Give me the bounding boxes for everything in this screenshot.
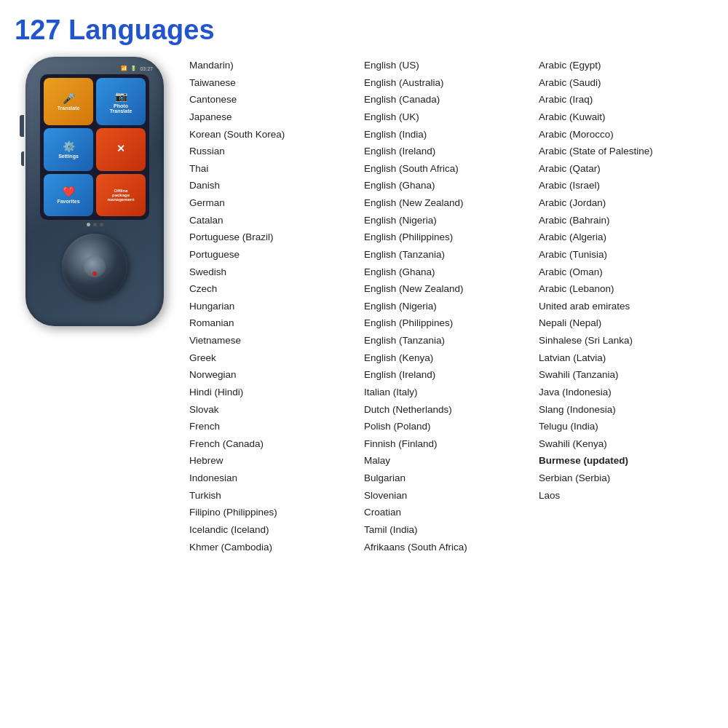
photo-translate-button[interactable]: 📷 PhotoTranslate xyxy=(96,78,146,125)
side-button2 xyxy=(21,151,24,166)
list-item: Laos xyxy=(539,487,713,505)
list-item: Arabic (Oman) xyxy=(539,264,713,281)
list-item: Portuguese (Brazil) xyxy=(189,229,364,246)
settings-label: Settings xyxy=(58,154,79,159)
list-item: Arabic (Algeria) xyxy=(539,229,713,246)
photo-translate-label: PhotoTranslate xyxy=(110,103,132,114)
screen-grid: 🎤 Translate 📷 PhotoTranslate ⚙️ Settings xyxy=(44,78,146,216)
list-item: Arabic (State of Palestine) xyxy=(539,143,713,160)
list-item: Russian xyxy=(189,143,364,160)
wifi-icon: 📶 xyxy=(121,66,127,71)
list-item: Arabic (Tunisia) xyxy=(539,246,713,264)
list-item: Hindi (Hindi) xyxy=(189,384,364,401)
x-icon: ✕ xyxy=(116,143,125,154)
list-item: English (Ireland) xyxy=(364,366,539,384)
dot-1 xyxy=(87,223,90,226)
list-item: English (Kenya) xyxy=(364,349,539,367)
list-item: Dutch (Netherlands) xyxy=(364,401,539,419)
list-item: Sinhalese (Sri Lanka) xyxy=(539,332,713,349)
list-item: Arabic (Bahrain) xyxy=(539,212,713,229)
gear-icon: ⚙️ xyxy=(63,141,75,152)
list-item: Finnish (Finland) xyxy=(364,435,539,453)
list-item: English (New Zealand) xyxy=(364,280,539,298)
wifi-button[interactable]: ✕ xyxy=(96,128,146,170)
list-item: German xyxy=(189,194,364,212)
heart-icon: ❤️ xyxy=(63,186,75,197)
nav-center xyxy=(84,256,106,277)
languages-area: Mandarin)TaiwaneseCantoneseJapaneseKorea… xyxy=(189,57,713,555)
list-item: Arabic (Qatar) xyxy=(539,160,713,178)
list-item: English (Nigeria) xyxy=(364,298,539,315)
list-item: English (Nigeria) xyxy=(364,212,539,229)
mic-icon: 🎤 xyxy=(63,92,75,104)
camera-icon: 📷 xyxy=(115,90,127,102)
page-title: 127 Languages xyxy=(15,15,713,46)
list-item: Arabic (Saudi) xyxy=(539,74,713,92)
list-item: Burmese (updated) xyxy=(539,452,713,470)
list-item: English (Ireland) xyxy=(364,143,539,160)
battery-icon: 🔋 xyxy=(130,66,137,71)
dot-2 xyxy=(93,223,97,226)
list-item: Norwegian xyxy=(189,366,364,384)
list-item: Arabic (Egypt) xyxy=(539,57,713,74)
list-item: English (Philippines) xyxy=(364,229,539,246)
device-container: 📶 🔋 03:27 🎤 Translate 📷 PhotoTranslat xyxy=(15,57,175,555)
list-item: English (India) xyxy=(364,126,539,143)
list-item: Malay xyxy=(364,452,539,470)
nav-dot xyxy=(92,272,97,276)
content-area: 📶 🔋 03:27 🎤 Translate 📷 PhotoTranslat xyxy=(15,57,713,555)
favorites-button[interactable]: ❤️ Favorites xyxy=(44,174,93,216)
list-item: English (Tanzania) xyxy=(364,332,539,349)
list-item: English (Ghana) xyxy=(364,264,539,281)
offline-label: Offlinepackagemanagement xyxy=(107,189,134,202)
list-item: Khmer (Cambodia) xyxy=(189,539,364,556)
list-item: Icelandic (Iceland) xyxy=(189,521,364,539)
list-item: Hungarian xyxy=(189,298,364,315)
list-item: Danish xyxy=(189,177,364,194)
list-item: Turkish xyxy=(189,487,364,505)
list-item: Slovak xyxy=(189,401,364,419)
list-item: Arabic (Iraq) xyxy=(539,91,713,108)
list-item: Telugu (India) xyxy=(539,418,713,435)
list-item: Bulgarian xyxy=(364,470,539,487)
list-item: English (Philippines) xyxy=(364,314,539,332)
list-item: Arabic (Israel) xyxy=(539,177,713,194)
list-item: English (UK) xyxy=(364,108,539,126)
list-item: Afrikaans (South Africa) xyxy=(364,539,539,556)
language-column-1: Mandarin)TaiwaneseCantoneseJapaneseKorea… xyxy=(189,57,364,555)
list-item: Latvian (Latvia) xyxy=(539,349,713,367)
list-item: English (Australia) xyxy=(364,74,539,92)
screen: 🎤 Translate 📷 PhotoTranslate ⚙️ Settings xyxy=(40,74,149,220)
list-item: English (Tanzania) xyxy=(364,246,539,264)
list-item: Greek xyxy=(189,349,364,367)
list-item: English (New Zealand) xyxy=(364,194,539,212)
list-item: Filipino (Philippines) xyxy=(189,504,364,521)
list-item: United arab emirates xyxy=(539,298,713,315)
side-button xyxy=(20,115,24,137)
list-item: Czech xyxy=(189,280,364,298)
list-item: Arabic (Morocco) xyxy=(539,126,713,143)
language-column-3: Arabic (Egypt)Arabic (Saudi)Arabic (Iraq… xyxy=(539,57,713,555)
time-display: 03:27 xyxy=(140,66,153,71)
list-item: English (Canada) xyxy=(364,91,539,108)
list-item: Swahili (Kenya) xyxy=(539,435,713,453)
list-item: Cantonese xyxy=(189,91,364,108)
list-item: Java (Indonesia) xyxy=(539,384,713,401)
nav-wheel[interactable] xyxy=(62,234,127,299)
language-column-2: English (US)English (Australia)English (… xyxy=(364,57,539,555)
list-item: French xyxy=(189,418,364,435)
list-item: English (South Africa) xyxy=(364,160,539,178)
list-item: Catalan xyxy=(189,212,364,229)
list-item: Taiwanese xyxy=(189,74,364,92)
favorites-label: Favorites xyxy=(57,199,79,204)
translate-button[interactable]: 🎤 Translate xyxy=(44,78,93,125)
list-item: English (US) xyxy=(364,57,539,74)
list-item: Romanian xyxy=(189,314,364,332)
device-bottom xyxy=(62,234,127,299)
offline-button[interactable]: Offlinepackagemanagement xyxy=(96,174,146,216)
list-item: Croatian xyxy=(364,504,539,521)
list-item: Korean (South Korea) xyxy=(189,126,364,143)
list-item: Vietnamese xyxy=(189,332,364,349)
settings-button[interactable]: ⚙️ Settings xyxy=(44,128,93,170)
list-item: Arabic (Kuwait) xyxy=(539,108,713,126)
